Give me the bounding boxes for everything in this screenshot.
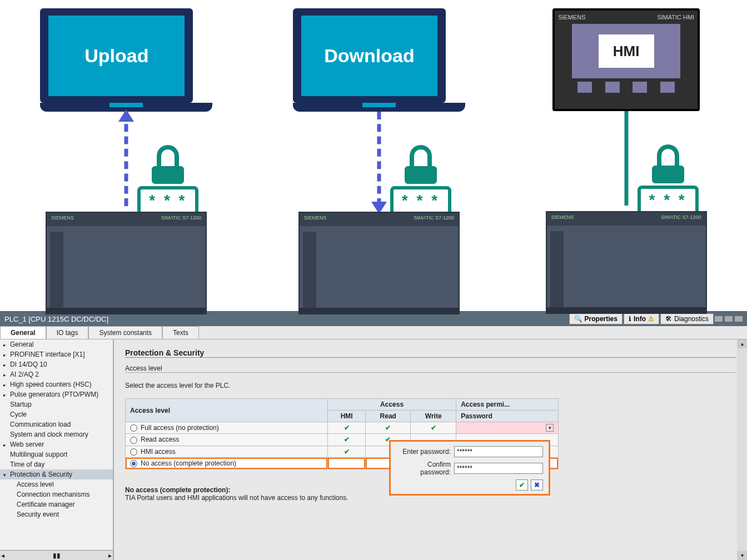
hint-text: Select the access level for the PLC. (125, 382, 736, 389)
diagnostics-button[interactable]: 🛠 Diagnostics (660, 313, 714, 324)
tab-texts[interactable]: Texts (162, 326, 199, 339)
enter-password-label: Enter password: (396, 448, 451, 456)
confirm-password-label: Confirm password: (396, 461, 451, 476)
table-row[interactable]: Full access (no protection)✔✔✔▾ (126, 422, 559, 434)
tab-system-constants[interactable]: System constants (88, 326, 162, 339)
sub-title: Access level (125, 364, 736, 373)
nav-item[interactable]: Certificate manager (0, 499, 113, 509)
nav-item[interactable]: Time of day (0, 459, 113, 469)
upload-stack: Upload * * * * SIEMENSSIMATIC S7-1200 (40, 8, 212, 314)
connectivity-diagram: Upload * * * * SIEMENSSIMATIC S7-1200 Do… (0, 0, 747, 311)
nav-item[interactable]: ▸PROFINET interface [X1] (0, 349, 113, 359)
plc-device: SIEMENSSIMATIC S7-1200 (546, 211, 707, 314)
tab-bar: General IO tags System constants Texts (0, 326, 747, 339)
nav-item[interactable]: ▸High speed counters (HSC) (0, 379, 113, 389)
properties-panel: PLC_1 [CPU 1215C DC/DC/DC] 🔍 Properties … (0, 311, 747, 560)
nav-item[interactable]: Access level (0, 479, 113, 489)
nav-item[interactable]: ▸DI 14/DQ 10 (0, 359, 113, 369)
nav-item[interactable]: ▸Web server (0, 439, 113, 449)
dropdown-icon[interactable]: ▾ (546, 424, 554, 432)
nav-item[interactable]: ▸AI 2/AQ 2 (0, 369, 113, 379)
laptop-download: Download (293, 8, 465, 112)
check-icon: ✔ (344, 424, 350, 432)
nav-item[interactable]: ▾Protection & Security (0, 469, 113, 479)
tab-iotags[interactable]: IO tags (46, 326, 89, 339)
nav-item[interactable]: Startup (0, 399, 113, 409)
plc-device: SIEMENSSIMATIC S7-1200 (46, 212, 207, 314)
plc-device: SIEMENSSIMATIC S7-1200 (298, 212, 460, 314)
enter-password-input[interactable] (454, 446, 543, 457)
scroll-right-icon[interactable]: ▸ (108, 552, 112, 559)
window-controls[interactable] (715, 313, 743, 324)
check-icon: ✔ (431, 424, 436, 432)
nav-item[interactable]: Cycle (0, 409, 113, 419)
check-icon: ✔ (385, 424, 391, 432)
nav-item[interactable]: ▸Pulse generators (PTO/PWM) (0, 389, 113, 399)
hmi-stack: SIEMENSSIMATIC HMI HMI * * * * SIEMENSSI… (546, 8, 707, 314)
nav-item[interactable]: Communication load (0, 419, 113, 429)
scrollbar[interactable]: ▴▾ (737, 339, 747, 560)
dashed-line (377, 112, 381, 206)
nav-item[interactable]: Multilingual support (0, 449, 113, 459)
properties-button[interactable]: 🔍 Properties (569, 313, 622, 324)
radio-icon[interactable] (130, 460, 137, 467)
nav-item[interactable]: ▸General (0, 339, 113, 349)
solid-line (624, 111, 628, 206)
cancel-button[interactable]: ✖ (531, 479, 543, 491)
dashed-line (124, 112, 128, 206)
radio-icon[interactable] (130, 424, 137, 432)
confirm-password-input[interactable] (454, 463, 543, 474)
download-stack: Download * * * * SIEMENSSIMATIC S7-1200 (293, 8, 465, 314)
radio-icon[interactable] (130, 448, 137, 456)
info-button[interactable]: ℹ Info ⚠ (624, 313, 659, 324)
plc-title: PLC_1 [CPU 1215C DC/DC/DC] (4, 315, 108, 323)
nav-item[interactable]: Connection mechanisms (0, 489, 113, 499)
nav-item[interactable]: System and clock memory (0, 429, 113, 439)
section-title: Protection & Security (125, 348, 736, 358)
hmi-label: HMI (599, 34, 654, 68)
upload-label: Upload (48, 16, 185, 96)
nav-tree[interactable]: ▸General▸PROFINET interface [X1]▸DI 14/D… (0, 339, 114, 560)
download-label: Download (301, 16, 437, 96)
nav-item[interactable]: Security event (0, 509, 113, 519)
check-icon: ✔ (344, 448, 350, 456)
laptop-upload: Upload (40, 8, 212, 112)
confirm-button[interactable]: ✔ (516, 479, 528, 491)
radio-icon[interactable] (130, 437, 137, 444)
check-icon: ✔ (344, 436, 350, 443)
tab-general[interactable]: General (0, 326, 46, 339)
hmi-panel: SIEMENSSIMATIC HMI HMI (552, 8, 700, 111)
password-popup: Enter password: Confirm password: ✔ ✖ (389, 440, 550, 496)
